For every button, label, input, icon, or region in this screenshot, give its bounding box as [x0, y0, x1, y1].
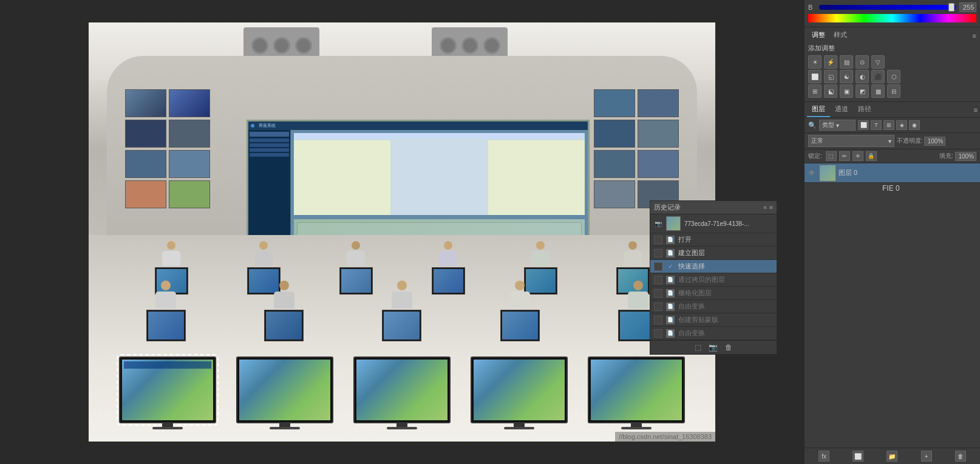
b-slider-value[interactable]: 255 [959, 2, 976, 12]
history-checkbox-clip[interactable] [654, 316, 662, 324]
new-group-btn[interactable]: 📁 [886, 451, 897, 462]
desk-area [89, 235, 715, 442]
history-camera-btn[interactable]: 📷 [709, 343, 718, 352]
tab-adjustments[interactable]: 调整 [808, 30, 829, 41]
history-checkbox-ft2[interactable] [654, 329, 662, 338]
history-item-free-transform-2[interactable]: 📄 自由变换 [650, 327, 777, 340]
b-slider-thumb[interactable] [948, 3, 954, 12]
layer-type-dropdown[interactable]: 类型 ▾ [819, 120, 856, 131]
adj-tab-row: 调整 样式 ≡ [808, 30, 976, 41]
lock-label: 锁定: [808, 152, 822, 160]
exposure-icon[interactable]: ⊙ [856, 55, 869, 69]
color-swatch[interactable] [808, 14, 976, 22]
b-slider-row[interactable]: B 255 [808, 2, 976, 12]
add-mask-btn[interactable]: ⬜ [852, 451, 863, 462]
invert-icon[interactable]: ⬕ [824, 84, 837, 98]
history-cam-icon: 📷 [654, 219, 662, 228]
delete-layer-btn[interactable]: 🗑 [955, 451, 966, 462]
posterize-icon[interactable]: ▣ [840, 84, 853, 98]
gradient-fill-icon[interactable]: ▦ [871, 84, 885, 98]
hue-icon[interactable]: ⬜ [808, 70, 822, 83]
history-new-snapshot-btn[interactable]: ⬚ [695, 343, 701, 352]
right-panel: B 255 调整 样式 ≡ 添加调整 ☀ [804, 0, 980, 464]
color-balance-icon[interactable]: ☯ [840, 70, 853, 83]
history-collapse-icon[interactable]: « [764, 204, 767, 211]
saturation-icon[interactable]: ◱ [824, 70, 837, 83]
levels-icon[interactable]: ▤ [840, 55, 853, 69]
history-item-rasterize[interactable]: 📄 栅格化图层 [650, 287, 777, 300]
channel-mixer-icon[interactable]: ⊞ [808, 84, 822, 98]
layer-thumbnail [819, 165, 836, 182]
tab-paths[interactable]: 路径 [853, 102, 876, 117]
lock-pixels-icon[interactable]: ✏ [839, 151, 850, 161]
history-menu-icon[interactable]: ≡ [769, 204, 773, 211]
front-monitor-row [119, 357, 685, 429]
lock-position-icon[interactable]: ✛ [852, 151, 863, 161]
adj-tabs: 调整 样式 [808, 30, 851, 41]
add-style-btn[interactable]: fx [818, 451, 829, 462]
lock-row: 锁定: ⬚ ✏ ✛ 🔒 填充: 100% [805, 149, 980, 163]
history-checkbox-copy[interactable] [654, 276, 662, 284]
history-checkbox-quick[interactable] [654, 262, 662, 271]
add-adjustment-label: 添加调整 [808, 44, 976, 53]
history-header: 历史记录 « ≡ [650, 201, 777, 214]
history-check-quick: ✓ [666, 262, 675, 271]
color-section: B 255 [805, 0, 980, 27]
selective-color-icon[interactable]: ⬡ [887, 70, 900, 83]
tab-style[interactable]: 样式 [830, 30, 851, 41]
history-item-free-transform-1[interactable]: 📄 自由变换 [650, 300, 777, 313]
blend-mode-dropdown[interactable]: 正常 ▾ [808, 135, 894, 147]
pattern-fill-icon[interactable]: ⊟ [887, 84, 900, 98]
history-doc-create: 📄 [666, 249, 675, 258]
black-white-icon[interactable]: ◐ [856, 70, 869, 83]
layer-filter-adjust[interactable]: T [871, 120, 882, 130]
layer-filter-shape[interactable]: ◈ [896, 120, 907, 130]
lock-all-icon[interactable]: 🔒 [866, 151, 877, 161]
history-item-clip-mask[interactable]: 📄 创建剪贴蒙版 [650, 313, 777, 327]
layer-visibility-icon[interactable]: 👁 [807, 168, 817, 178]
layer-name: 图层 0 [839, 168, 978, 177]
adj-panel-menu[interactable]: ≡ [973, 32, 976, 39]
history-checkbox-ft1[interactable] [654, 302, 662, 311]
layers-panel: 图层 通道 路径 ≡ 🔍 类型 ▾ ⬜ T ⊞ ◈ ◉ [805, 102, 980, 464]
brightness-icon[interactable]: ☀ [808, 55, 822, 69]
history-delete-btn[interactable]: 🗑 [725, 343, 732, 352]
curves-icon[interactable]: ⚡ [824, 55, 837, 69]
history-label-ft2: 自由变换 [678, 329, 705, 338]
history-label-copy: 通过拷贝的图层 [678, 275, 725, 284]
history-doc-rasterize: 📄 [666, 289, 675, 298]
opacity-value[interactable]: 100% [924, 137, 945, 146]
tab-channels[interactable]: 通道 [830, 102, 853, 117]
layers-tabs: 图层 通道 路径 ≡ [805, 102, 980, 118]
canvas-image: 界面系统 [89, 22, 715, 442]
fill-value[interactable]: 100% [955, 152, 976, 161]
history-checkbox-create[interactable] [654, 249, 662, 258]
vibrance-icon[interactable]: ▽ [871, 55, 885, 69]
lock-icons: ⬚ ✏ ✛ 🔒 [826, 151, 877, 161]
layer-filter-type[interactable]: ⊞ [883, 120, 894, 130]
layers-panel-menu[interactable]: ≡ [974, 106, 978, 114]
fill-label: 填充: [939, 152, 953, 160]
layer-item-0[interactable]: 👁 图层 0 [805, 163, 980, 183]
new-layer-btn[interactable]: + [921, 451, 932, 462]
history-label-quick: 快速选择 [678, 262, 705, 271]
wall-monitors-left [125, 89, 210, 208]
layer-search-icon[interactable]: 🔍 [808, 121, 817, 129]
history-snapshot: 📷 773ecda7-71e9-4138-... [650, 214, 777, 233]
adj-icon-toolbar-1: ☀ ⚡ ▤ ⊙ ▽ [808, 55, 976, 69]
history-checkbox-open[interactable] [654, 236, 662, 244]
history-item-create-layer[interactable]: 📄 建立图层 [650, 247, 777, 260]
lock-transparent-icon[interactable]: ⬚ [826, 151, 837, 161]
history-item-copy-layer[interactable]: 📄 通过拷贝的图层 [650, 273, 777, 287]
history-item-quick-select[interactable]: ✓ 快速选择 [650, 260, 777, 273]
main-area: 界面系统 [0, 0, 980, 464]
layer-filter-pixel[interactable]: ⬜ [858, 120, 869, 130]
history-doc-ft1: 📄 [666, 302, 675, 311]
tab-layers[interactable]: 图层 [807, 102, 830, 117]
history-checkbox-rasterize[interactable] [654, 289, 662, 298]
threshold-icon[interactable]: ◩ [856, 84, 869, 98]
b-slider-track[interactable] [819, 5, 956, 10]
gradient-map-icon[interactable]: ⬛ [871, 70, 885, 83]
layer-filter-smart[interactable]: ◉ [909, 120, 920, 130]
history-item-open[interactable]: 📄 打开 [650, 233, 777, 247]
